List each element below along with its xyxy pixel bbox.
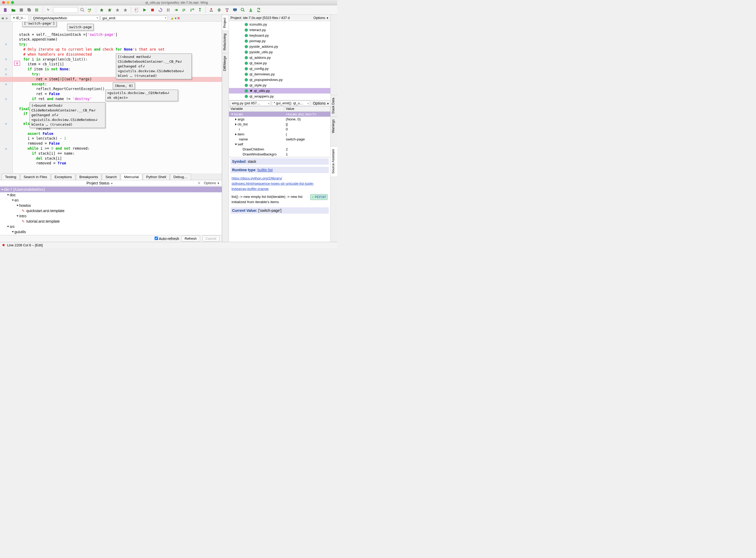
warning-icon[interactable]: ▲	[171, 16, 174, 20]
sa-doc-url-1[interactable]: https://docs.python.org/2/library/	[232, 176, 282, 180]
project-file[interactable]: pixmap.py	[229, 38, 330, 44]
project-file[interactable]: qt_wrappers.py	[229, 94, 330, 99]
breakpoint-toggle-button[interactable]	[133, 6, 140, 14]
bug-icon[interactable]: ✱	[2, 243, 5, 247]
traffic-min[interactable]	[7, 1, 9, 4]
stack-row[interactable]: DrawChildren2	[229, 147, 330, 152]
project-file[interactable]: qt_itemviews.py	[229, 71, 330, 77]
nav-fwd-button[interactable]: ▶	[5, 16, 9, 20]
hg-folder[interactable]: intro	[0, 213, 222, 219]
stack-row[interactable]: DrawWindowBackgro1	[229, 152, 330, 157]
file-tab[interactable]: ● qt_u…	[10, 15, 28, 21]
project-file[interactable]: pyside_utils.py	[229, 49, 330, 55]
panel-options-button[interactable]: Options ▼	[204, 181, 220, 185]
process-select[interactable]: wing.py (pid 857…	[230, 101, 271, 106]
save-button[interactable]	[18, 6, 25, 14]
project-file[interactable]: pyside_addons.py	[229, 44, 330, 49]
hg-folder[interactable]: en	[0, 198, 222, 203]
stack-current-button[interactable]	[216, 6, 223, 14]
search-button[interactable]	[79, 6, 86, 14]
bookmark-add-button[interactable]: +	[106, 6, 113, 14]
spellcheck-button[interactable]: AB	[87, 6, 94, 14]
stack-row[interactable]: args(None, 0)	[229, 117, 330, 122]
side-tab-stack-data[interactable]: Stack Data	[331, 95, 337, 117]
sa-runtime-link[interactable]: builtin list	[257, 168, 272, 172]
hg-folder[interactable]: guiutils	[0, 229, 222, 234]
sa-doc-url-2[interactable]: stdtypes.html#sequence-types-str-unicode…	[232, 181, 314, 191]
bottom-tab-testing[interactable]: Testing	[2, 174, 20, 180]
hg-file[interactable]: ✎tutorial.arst.template	[0, 219, 222, 224]
project-file[interactable]: keyboard.py	[229, 33, 330, 38]
auto-refresh-checkbox[interactable]: Auto-refresh	[155, 236, 179, 241]
stack-down-button[interactable]	[224, 6, 231, 14]
hg-folder[interactable]: src	[0, 224, 222, 229]
new-file-button[interactable]	[2, 6, 9, 14]
debug-restart-button[interactable]	[157, 6, 164, 14]
bottom-tab-search[interactable]: Search	[102, 174, 120, 180]
project-file[interactable]: qt_style.py	[229, 82, 330, 88]
refresh-button[interactable]: Refresh	[181, 235, 200, 242]
nav-back-button[interactable]: ◀	[0, 16, 5, 20]
stack-row[interactable]: cb_list[(	[229, 122, 330, 127]
project-file[interactable]: qt_config.py	[229, 66, 330, 71]
pep-badge[interactable]: PEP287	[310, 194, 328, 200]
down-icon[interactable]: ▾	[175, 16, 177, 20]
scope-class-select[interactable]: QtWidgetAdapterMixin	[31, 16, 100, 21]
bottom-tab-python-shell[interactable]: Python Shell	[143, 174, 170, 180]
debug-pause-button[interactable]	[165, 6, 172, 14]
project-file[interactable]: interact.py	[229, 27, 330, 33]
hg-tree[interactable]: ide-7 (/Users/sdeibel/src) docenhowtos✎q…	[0, 186, 222, 235]
step-into-button[interactable]	[173, 6, 180, 14]
traffic-max[interactable]	[11, 1, 14, 4]
download-button[interactable]	[247, 6, 254, 14]
project-status-label[interactable]: Project Status	[86, 181, 109, 185]
col-value[interactable]: Value	[284, 106, 330, 111]
indent-guide-button[interactable]	[34, 6, 41, 14]
find-symbol-button[interactable]	[239, 6, 246, 14]
bottom-tab-breakpoints[interactable]: Breakpoints	[76, 174, 101, 180]
search-input[interactable]	[53, 7, 78, 13]
frame-select[interactable]: * gui_emit(): qt_u…	[272, 101, 310, 106]
project-file[interactable]: qt_base.py	[229, 60, 330, 66]
code-editor[interactable]: ▽ ▽ ▽ ▽ ▽ ▽ ▽ ▽ 0 return False stack = s…	[0, 22, 222, 173]
project-file[interactable]: qt_popupwindows.py	[229, 77, 330, 82]
cancel-button[interactable]: Cancel	[202, 235, 220, 242]
bookmark-prev-button[interactable]	[114, 6, 121, 14]
bookmark-button[interactable]	[98, 6, 105, 14]
stack-data[interactable]: locals<locals dict; len=7> args(None, 0)…	[229, 112, 330, 157]
scope-func-select[interactable]: gui_emit	[101, 16, 168, 21]
stack-row[interactable]: nameswitch-page	[229, 137, 330, 142]
bottom-tab-search-in-files[interactable]: Search in Files	[20, 174, 51, 180]
cursor-select-button[interactable]	[45, 6, 52, 14]
traffic-close[interactable]	[2, 1, 5, 4]
hg-folder[interactable]: howtos	[0, 203, 222, 208]
hg-folder[interactable]: doc	[0, 192, 222, 198]
project-file[interactable]: qt_addons.py	[229, 55, 330, 60]
side-tab-refactoring[interactable]: Refactoring	[222, 30, 229, 53]
step-out-button[interactable]	[189, 6, 195, 14]
col-variable[interactable]: Variable	[229, 106, 284, 111]
project-file[interactable]: iconutils.py	[229, 22, 330, 27]
side-tab-project[interactable]: Project	[222, 15, 229, 30]
side-tab-warnings[interactable]: Warnings	[331, 117, 337, 136]
bottom-tab-mercurial[interactable]: Mercurial	[121, 174, 142, 180]
bottom-tab-debug-[interactable]: Debug…	[170, 174, 191, 180]
bookmark-next-button[interactable]	[122, 6, 129, 14]
side-tab-diff-merge[interactable]: Diff/Merge	[222, 53, 229, 74]
run-to-cursor-button[interactable]	[197, 6, 203, 14]
hg-file[interactable]: ✎quickstart.arst.template	[0, 208, 222, 213]
stack-row[interactable]: item(	[229, 132, 330, 137]
save-all-button[interactable]	[26, 6, 33, 14]
sync-button[interactable]	[255, 6, 262, 14]
monitor-button[interactable]	[232, 6, 238, 14]
step-over-button[interactable]	[181, 6, 187, 14]
debug-run-button[interactable]	[141, 6, 148, 14]
open-file-button[interactable]	[10, 6, 17, 14]
stack-row[interactable]: self	[229, 142, 330, 147]
stack-options-button[interactable]: Options ▼	[313, 101, 329, 105]
bottom-tab-exceptions[interactable]: Exceptions	[51, 174, 75, 180]
project-file[interactable]: ★ qt_utils.py	[229, 88, 330, 94]
stack-row[interactable]: i0	[229, 127, 330, 132]
debug-stop-button[interactable]	[149, 6, 156, 14]
project-file-list[interactable]: iconutils.pyinteract.pykeyboard.pypixmap…	[229, 21, 330, 100]
